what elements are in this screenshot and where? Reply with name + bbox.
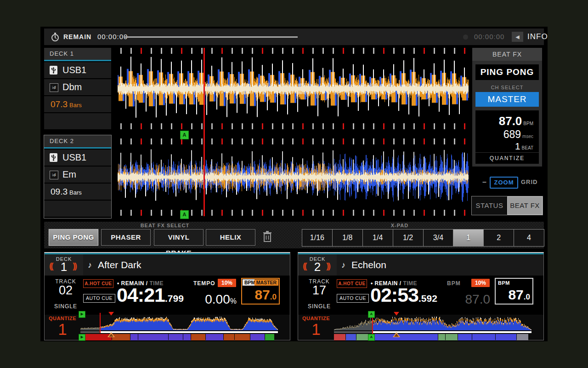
back-button[interactable]: ◀ (512, 32, 523, 42)
beat-fx-select-label: BEAT FX SELECT (119, 223, 211, 228)
deck1-memory-cue-icon (108, 312, 114, 316)
zoom-button[interactable]: ZOOM (490, 177, 518, 189)
xpad-cell-1[interactable]: 1 (453, 230, 484, 246)
deck2-main-waveform[interactable] (118, 145, 469, 209)
beat-tick (413, 123, 415, 129)
beat-fx-effect-name[interactable]: PING PONG (475, 64, 539, 80)
beat-tick (413, 48, 415, 54)
deck2-phrase-bar[interactable] (334, 334, 531, 340)
beat-tick (282, 138, 283, 144)
view-tabs: STATUS BEAT FX (471, 196, 543, 215)
fx-msec-value: 689 (503, 128, 521, 140)
phrase-segment (334, 334, 345, 340)
trash-icon[interactable] (262, 230, 273, 243)
beat-tick (454, 123, 455, 129)
beat-tick (343, 123, 344, 129)
fx-select-phaser[interactable]: PHASER (101, 229, 151, 246)
beat-tick (373, 123, 374, 129)
deck2-tempo-range-badge[interactable]: 10% (471, 279, 490, 287)
time-mode-label[interactable]: REMAIN (63, 29, 91, 45)
deck1-beat-ticks-top (118, 48, 469, 54)
beat-tick (292, 48, 294, 54)
tab-beatfx[interactable]: BEAT FX (507, 196, 543, 215)
deck1-bpm-box: BPM MASTER 87.0 (241, 278, 280, 305)
deck1-main-waveform[interactable] (118, 55, 469, 122)
phrase-segment (356, 334, 369, 340)
deck2-overview-waveform[interactable]: A A (334, 315, 531, 340)
key-icon: ♭♯ (50, 171, 58, 179)
beat-tick (403, 123, 405, 129)
phrase-segment (224, 334, 235, 340)
fx-select-helix[interactable]: HELIX (206, 229, 255, 246)
key-icon: ♭♯ (50, 83, 58, 92)
beat-tick (322, 48, 324, 54)
fx-select-ping-pong[interactable]: PING PONG (49, 229, 98, 246)
deck1-info-header: DECK 1 (44, 48, 111, 61)
deck1-info-panel[interactable]: DECK 1 USB1 ♭♯ Dbm (44, 48, 111, 131)
beat-tick (363, 210, 364, 216)
beat-tick (444, 48, 445, 54)
deck2-memory-cue-icon (394, 312, 399, 316)
deck1-auto-cue-button[interactable]: AUTO CUE (83, 294, 115, 303)
deck1-hot-cue-button[interactable]: A.HOT CUE (83, 279, 113, 288)
xpad-cell-1-2[interactable]: 1/2 (393, 230, 424, 246)
deck2-info-panel[interactable]: DECK 2 USB1 ♭♯ Em (44, 135, 111, 218)
deck2-auto-cue-button[interactable]: AUTO CUE (337, 294, 369, 303)
xpad-cell-4[interactable]: 4 (514, 230, 544, 246)
xpad-cell-3-4[interactable]: 3/4 (424, 230, 454, 246)
phrase-segment (130, 334, 137, 340)
deck1-key-row: ♭♯ Dbm (44, 79, 111, 95)
deck2-phrase-marker-icon (393, 332, 400, 337)
xpad-cell-2[interactable]: 2 (484, 230, 514, 246)
beat-tick (383, 138, 384, 144)
deck2-cue-box-top: A (368, 311, 375, 318)
deck1-play-mode[interactable]: SINGLE (51, 303, 80, 310)
beat-tick (120, 123, 122, 129)
deck2-track-title[interactable]: Echelon (351, 254, 386, 276)
info-label[interactable]: INFO (527, 29, 548, 45)
tab-status[interactable]: STATUS (472, 196, 507, 215)
beat-tick (363, 138, 364, 144)
grid-button[interactable]: GRID (521, 178, 538, 185)
beat-tick (353, 138, 354, 144)
deck1-overview-waveform[interactable]: ▶ ▶ (80, 315, 278, 340)
stopwatch-icon (51, 32, 60, 41)
deck1-master-chip: MASTER (254, 279, 278, 286)
beat-tick (434, 123, 435, 129)
cue-marker-a-deck2[interactable]: A (180, 210, 189, 219)
beat-tick (120, 138, 122, 144)
beat-tick (141, 138, 142, 144)
beat-tick (211, 210, 213, 216)
beat-tick (312, 138, 314, 144)
beat-tick (161, 48, 162, 54)
fx-select-vinyl-brake[interactable]: VINYL BRAKE (154, 229, 204, 246)
beat-tick (312, 210, 314, 216)
xpad-label: X-PAD (354, 223, 446, 228)
beat-tick (322, 210, 324, 216)
xpad-cell-1-4[interactable]: 1/4 (363, 230, 393, 246)
beat-tick (221, 210, 223, 216)
beat-tick (333, 123, 334, 129)
deck2-beat-ticks-top (118, 138, 469, 144)
cue-marker-a-deck1[interactable]: A (180, 131, 189, 139)
beat-tick (383, 48, 384, 54)
deck1-track-title[interactable]: After Dark (98, 254, 141, 276)
phrase-segment (472, 334, 496, 340)
channel-select-button[interactable]: MASTER (475, 92, 539, 107)
deck1-tempo-range-badge[interactable]: 10% (218, 279, 236, 287)
beat-tick (191, 210, 192, 216)
main-screen: REMAIN 00:00:00 00:00:00 ◀ INFO DECK 1 (40, 27, 548, 341)
deck2-play-mode[interactable]: SINGLE (305, 303, 334, 310)
deck1-info-row: TRACK 02 SINGLE A.HOT CUE AUTO CUE • REM… (45, 276, 290, 315)
beat-tick (454, 48, 455, 54)
xpad-cell-1-8[interactable]: 1/8 (333, 230, 363, 246)
zoom-grid-controls: – ZOOM GRID (472, 177, 542, 190)
deck2-hot-cue-button[interactable]: A.HOT CUE (337, 279, 367, 288)
xpad-cell-1-16[interactable]: 1/16 (302, 230, 333, 246)
fx-msec-unit: msec (522, 134, 533, 139)
fx-quantize-button[interactable]: QUANTIZE (475, 152, 539, 164)
zoom-minus-label[interactable]: – (482, 178, 486, 186)
track-progress-bar[interactable] (124, 36, 298, 38)
deck2-paren-right: )) (326, 261, 329, 271)
beat-tick (232, 48, 233, 54)
